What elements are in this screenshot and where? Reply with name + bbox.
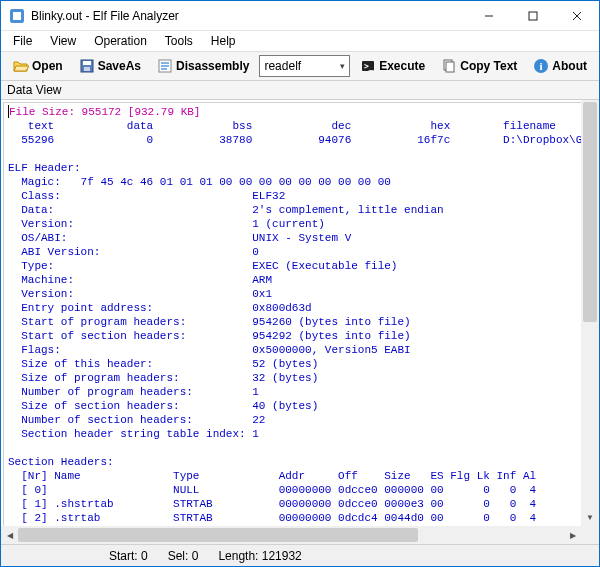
scroll-down-icon[interactable]: ▼ — [581, 509, 599, 526]
execute-icon: >_ — [360, 58, 376, 74]
disassembly-icon — [157, 58, 173, 74]
titlebar: Blinky.out - Elf File Analyzer — [1, 1, 599, 31]
copytext-label: Copy Text — [460, 59, 517, 73]
output-text[interactable]: File Size: 955172 [932.79 KB] text data … — [3, 102, 597, 542]
scroll-right-icon[interactable]: ▶ — [564, 526, 581, 544]
content-area: File Size: 955172 [932.79 KB] text data … — [1, 100, 599, 544]
chevron-down-icon: ▾ — [340, 61, 345, 71]
saveas-label: SaveAs — [98, 59, 141, 73]
status-length: Length: 121932 — [218, 549, 301, 563]
disassembly-label: Disassembly — [176, 59, 249, 73]
toolbar: Open SaveAs Disassembly readelf ▾ >_ Exe… — [1, 51, 599, 81]
scroll-thumb-v[interactable] — [583, 102, 597, 322]
copy-icon — [441, 58, 457, 74]
horizontal-scrollbar[interactable]: ◀ ▶ — [1, 526, 581, 544]
scroll-corner — [581, 526, 599, 544]
open-label: Open — [32, 59, 63, 73]
execute-button[interactable]: >_ Execute — [354, 55, 431, 77]
scroll-thumb-h[interactable] — [18, 528, 418, 542]
tool-combo[interactable]: readelf ▾ — [259, 55, 350, 77]
close-button[interactable] — [555, 2, 599, 30]
menu-file[interactable]: File — [5, 33, 40, 49]
menu-operation[interactable]: Operation — [86, 33, 155, 49]
svg-rect-1 — [13, 12, 21, 20]
combo-value: readelf — [264, 59, 301, 73]
saveas-button[interactable]: SaveAs — [73, 55, 147, 77]
about-button[interactable]: i About — [527, 55, 593, 77]
app-icon — [9, 8, 25, 24]
copytext-button[interactable]: Copy Text — [435, 55, 523, 77]
open-icon — [13, 58, 29, 74]
svg-rect-8 — [84, 67, 90, 71]
status-start: Start: 0 — [109, 549, 148, 563]
svg-text:>_: >_ — [364, 62, 374, 71]
statusbar: Start: 0 Sel: 0 Length: 121932 — [1, 544, 599, 566]
vertical-scrollbar[interactable]: ▲ ▼ — [581, 100, 599, 526]
menu-help[interactable]: Help — [203, 33, 244, 49]
maximize-button[interactable] — [511, 2, 555, 30]
about-label: About — [552, 59, 587, 73]
window-title: Blinky.out - Elf File Analyzer — [31, 9, 467, 23]
open-button[interactable]: Open — [7, 55, 69, 77]
window-buttons — [467, 2, 599, 30]
svg-rect-3 — [529, 12, 537, 20]
menu-view[interactable]: View — [42, 33, 84, 49]
minimize-button[interactable] — [467, 2, 511, 30]
svg-rect-7 — [83, 61, 91, 65]
menubar: File View Operation Tools Help — [1, 31, 599, 51]
execute-label: Execute — [379, 59, 425, 73]
dataview-label: Data View — [1, 81, 599, 100]
info-icon: i — [533, 58, 549, 74]
svg-text:i: i — [540, 60, 543, 72]
scroll-left-icon[interactable]: ◀ — [1, 526, 18, 544]
status-sel: Sel: 0 — [168, 549, 199, 563]
disassembly-button[interactable]: Disassembly — [151, 55, 255, 77]
menu-tools[interactable]: Tools — [157, 33, 201, 49]
svg-rect-16 — [446, 62, 454, 72]
save-icon — [79, 58, 95, 74]
